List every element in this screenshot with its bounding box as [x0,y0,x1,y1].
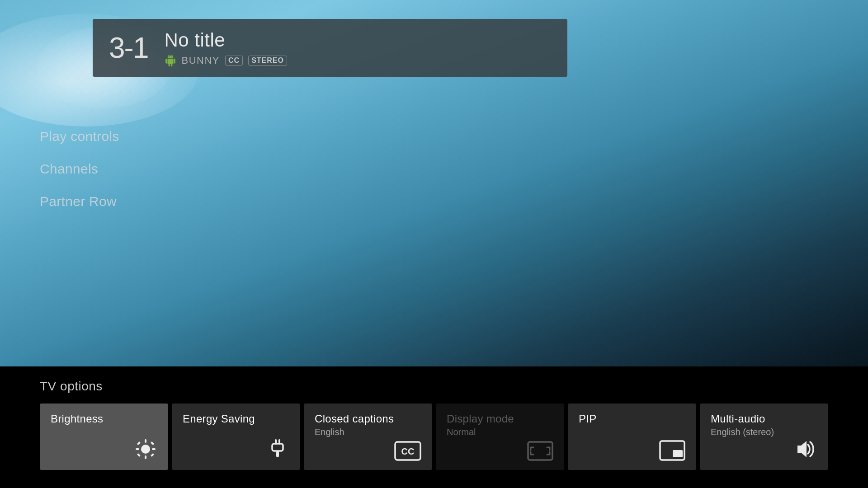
brightness-label: Brightness [51,413,157,425]
options-grid: Brightness Energy Saving [40,404,828,470]
closed-captions-icon: CC [394,441,421,461]
display-mode-sublabel: Normal [447,427,553,437]
android-icon [165,55,176,66]
channel-info: No title BUNNY CC STEREO [165,29,287,66]
svg-rect-5 [137,441,141,445]
svg-rect-3 [136,448,139,450]
channel-bar: 3-1 No title BUNNY CC STEREO [93,19,567,77]
multi-audio-icon [794,437,817,461]
svg-text:CC: CC [401,446,415,456]
closed-captions-sublabel: English [315,427,421,437]
sidebar: Play controls Channels Partner Row [40,129,119,209]
option-card-pip[interactable]: PIP [568,404,696,470]
svg-rect-11 [272,444,283,451]
channel-meta: BUNNY CC STEREO [165,55,287,66]
svg-rect-6 [151,441,154,445]
svg-point-0 [141,445,150,454]
svg-rect-15 [528,442,552,460]
option-card-closed-captions[interactable]: Closed captions English CC [304,404,432,470]
display-mode-icon [527,441,553,461]
svg-rect-17 [673,450,683,457]
svg-rect-8 [151,453,154,457]
tv-options-section: TV options Brightness [0,366,868,488]
pip-icon [659,440,685,461]
energy-saving-label: Energy Saving [183,413,289,425]
svg-rect-1 [145,439,146,443]
display-mode-label: Display mode [447,413,553,425]
closed-captions-label: Closed captions [315,413,421,425]
svg-rect-4 [152,448,156,450]
sidebar-item-channels[interactable]: Channels [40,161,119,177]
option-card-display-mode[interactable]: Display mode Normal [436,404,564,470]
tv-options-title: TV options [40,379,828,394]
multi-audio-sublabel: English (stereo) [711,427,817,437]
badge-stereo: STEREO [248,56,287,66]
svg-rect-7 [137,453,141,457]
channel-name: BUNNY [182,55,220,66]
brightness-icon [134,437,157,461]
option-card-energy-saving[interactable]: Energy Saving [172,404,300,470]
sidebar-item-play-controls[interactable]: Play controls [40,129,119,144]
sidebar-item-partner-row[interactable]: Partner Row [40,194,119,209]
multi-audio-label: Multi-audio [711,413,817,425]
badge-cc: CC [225,56,243,66]
channel-number: 3-1 [109,31,148,65]
svg-rect-12 [276,451,279,457]
energy-saving-icon [266,437,289,461]
option-card-brightness[interactable]: Brightness [40,404,168,470]
pip-label: PIP [579,413,685,425]
option-card-multi-audio[interactable]: Multi-audio English (stereo) [700,404,828,470]
channel-title: No title [165,29,287,51]
svg-rect-2 [145,455,146,459]
